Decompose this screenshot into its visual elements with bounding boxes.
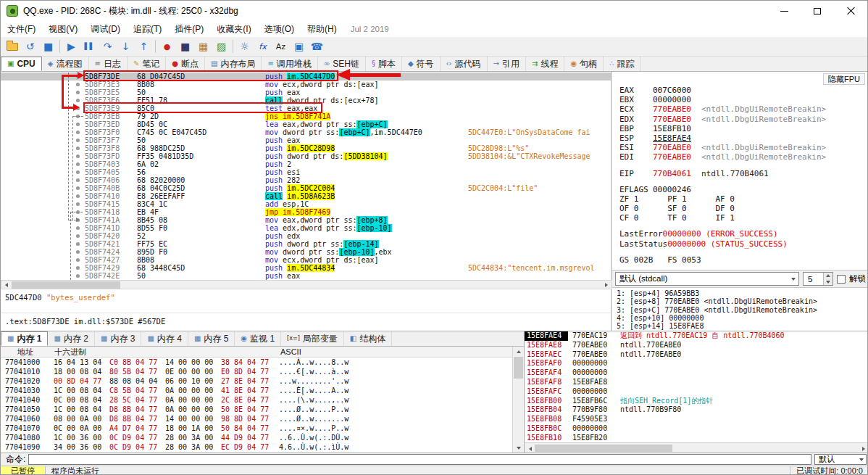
breakpoint-dot[interactable] [76,266,80,270]
register-row[interactable]: EIP770B4061ntdll.770B4061 [619,169,867,178]
disasm-row[interactable]: 5D8F742968 3448C45Dpush im.5DC448345DC44… [1,264,611,272]
bottom-tab-memory-3[interactable]: ▦内存 3 [95,331,141,346]
scroll-right-arrow[interactable] [859,445,868,453]
scroll-left-arrow[interactable] [1,281,11,289]
bottom-tab-memory-2[interactable]: ▦内存 2 [48,331,94,346]
breakpoints-button[interactable]: ● [158,38,176,55]
command-syntax-select[interactable]: 默认 [814,454,867,465]
register-row[interactable]: ESI770EABE0<ntdll.DbgUiRemoteBreakin> [619,143,867,152]
breakpoint-dot[interactable] [76,274,80,278]
scroll-right-arrow[interactable] [601,281,611,289]
stack-args-pane[interactable]: 1: [esp+4] 96A59BB32: [esp+8] 770EABE0 <… [612,288,868,331]
dump-row[interactable]: 7704102000 8D 04 7788 08 04 0406 00 10 0… [1,376,512,386]
disasm-hscrollbar[interactable] [1,280,612,289]
stack-row[interactable]: 15E8FAF000000000 [525,359,868,368]
register-row[interactable]: EDX770EABE0<ntdll.DbgUiRemoteBreakin> [619,115,867,124]
tab-call-stack[interactable]: ≡调用堆栈 [262,57,317,71]
disasm-row[interactable]: 5D8F7410E8 26EEFAFFcall im.5D8A623B [1,192,611,200]
disasm-row[interactable]: 5D8F7418EB 4Fjmp im.5D8F7469 [1,208,611,216]
disasm-row[interactable]: 5D8F73FDFF35 0481D35Dpush dword ptr ds:[… [1,152,611,160]
register-value[interactable]: 770EABE0 [653,143,691,152]
disasm-row[interactable]: 5D8F73F750push eax [1,136,611,144]
restart-button[interactable]: ↺ [21,38,39,55]
menu-favourites[interactable]: 收藏夹(I) [210,21,257,38]
tab-memory-map[interactable]: ▤内存布局 [205,57,262,71]
register-row[interactable]: EBP15E8FB10 [619,124,867,133]
breakpoint-dot[interactable] [76,178,80,182]
tab-symbols[interactable]: ◆符号 [402,57,441,71]
breakpoint-dot[interactable] [76,91,80,94]
breakpoint-dot[interactable] [76,99,80,102]
register-row[interactable]: LastStatus00000000 (STATUS_SUCCESS) [619,239,867,249]
register-row[interactable]: EAX007C6000 [619,86,867,95]
bottom-tab-memory-4[interactable]: ▦内存 4 [141,331,188,346]
dump-row[interactable]: 770410700C 00 0A 00A4 D7 04 7718 00 1A 0… [1,424,512,433]
run-button[interactable]: ▶ [62,38,80,55]
tab-notes[interactable]: ✎笔记 [128,57,166,71]
stack-row[interactable]: 15E8FB08F45905E3 [525,415,868,424]
stack-row[interactable]: 15E8FB0C00000000 [525,424,868,434]
dump-row[interactable]: 770410301C 00 08 04C8 5B 04 770A 00 00 0… [1,386,512,395]
menu-view[interactable]: 视图(V) [42,21,84,38]
scrollbar-thumb[interactable] [12,281,120,289]
scroll-down-arrow[interactable] [513,443,524,453]
register-row[interactable]: ESP15E8FAE4 [619,133,867,143]
breakpoint-dot[interactable] [76,131,80,134]
scroll-left-arrow[interactable] [525,445,535,453]
register-value[interactable]: 15E8FB10 [653,124,691,133]
scrollbar-thumb[interactable] [535,445,672,452]
menu-file[interactable]: 文件(F) [1,21,42,38]
disasm-row[interactable]: 5D8F742052push edx [1,232,611,240]
settings-button[interactable]: ☼ [235,38,254,55]
stack-arg-row[interactable]: 5: [esp+14] 15E8FAE8 [617,322,868,330]
breakpoint-dot[interactable] [76,186,80,190]
stack-row[interactable]: 15E8FB04770B9F80ntdll.770B9F80 [525,405,868,415]
register-value[interactable]: 00000000 [653,95,691,104]
disasm-row[interactable]: 5D8F73E38B08mov ecx,dword ptr ds:[eax] [1,80,611,88]
bottom-tab-locals[interactable]: [x=]局部变量 [281,331,344,346]
stack-row[interactable]: 15E8FB0015E8FB6C指向SEH_Record[1]的指针 [525,397,868,406]
register-row[interactable]: LastError00000000 (ERROR_SUCCESS) [619,229,867,239]
dump-row[interactable]: 7704109034 00 36 000C D9 04 7728 00 3A 0… [1,442,512,452]
breakpoint-dot[interactable] [76,154,80,158]
disasm-row[interactable]: 5D8F741D8D55 F0lea edx,dword ptr ss:[ebp… [1,224,611,232]
strings-button[interactable]: Az [272,38,290,55]
register-row[interactable]: EFLAGS00000246 [619,185,867,194]
unlock-checkbox[interactable] [837,275,846,284]
stack-row[interactable]: 15E8FAEC770EABE0ntdll.770EABE0 [525,350,868,360]
breakpoint-dot[interactable] [76,242,80,246]
bottom-tab-struct[interactable]: ◧结构体 [344,331,392,346]
breakpoint-dot[interactable] [76,123,80,126]
register-value[interactable]: 15E8FAE4 [653,133,691,143]
menu-plugins[interactable]: 插件(P) [168,21,210,38]
disasm-row[interactable]: 5D8F74278B08mov ecx,dword ptr ds:[eax] [1,256,611,264]
dump-row[interactable]: 7704100016 04 13 04C0 8B 04 7714 00 00 0… [1,358,512,367]
dump-vscrollbar[interactable] [512,347,524,453]
dump-row[interactable]: 7704101018 00 08 0480 5B 04 770E 00 00 0… [1,367,512,376]
pause-button[interactable]: ▌▌ [80,38,99,55]
stack-row[interactable]: 15E8FAFC00000000 [525,387,868,397]
bottom-tab-memory-5[interactable]: ▦内存 5 [188,331,235,346]
disasm-row[interactable]: 5D8F73ED8D45 0Clea eax,dword ptr ss:[ebp… [1,120,611,128]
breakpoint-dot[interactable] [76,194,80,198]
scrollbar-thumb[interactable] [514,357,523,379]
hide-fpu-button[interactable]: 隐藏FPU [823,73,865,85]
breakpoint-dot[interactable] [76,202,80,206]
command-input[interactable] [28,454,811,465]
register-value[interactable]: 770EABE0 [653,104,691,114]
tab-handles[interactable]: ◉句柄 [564,57,604,71]
disasm-row[interactable]: 5D8F74036A 02push 2 [1,160,611,168]
tab-references[interactable]: →引用 [488,57,526,71]
register-value[interactable]: 00000000 (STATUS_SUCCESS) [667,239,788,249]
bottom-tab-memory-1[interactable]: ▦内存 1 [1,331,48,346]
breakpoint-dot[interactable] [76,250,80,254]
disasm-row[interactable]: 5D8F741583C4 1Cadd esp,1C [1,200,611,208]
register-row[interactable]: ECX770EABE0<ntdll.DbgUiRemoteBreakin> [619,104,867,114]
trace-button[interactable]: ■ [176,38,194,55]
stack-hscrollbar[interactable] [524,442,868,453]
breakpoint-dot[interactable] [76,139,80,142]
calling-convention-select[interactable]: 默认 (stdcall) [615,272,799,286]
stepper-down-button[interactable] [824,279,832,286]
register-value[interactable]: 007C6000 [653,86,691,95]
disasm-row[interactable]: 5D8F740556push esi [1,168,611,176]
